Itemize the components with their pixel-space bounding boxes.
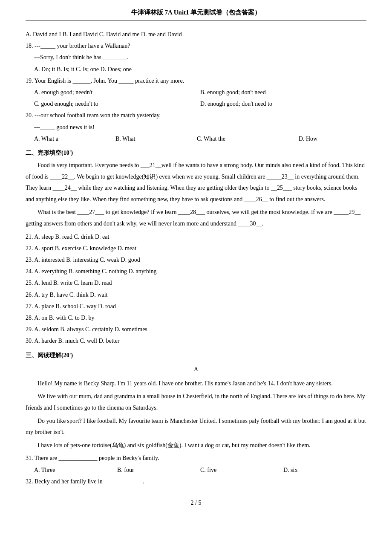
- q25: 25. A. lend B. write C. learn D. read: [26, 278, 366, 288]
- section2-para2: What is the best ____27___ to get knowle…: [26, 207, 366, 229]
- q18-options: A. Do; it B. Is; it C. Is; one D. Does; …: [26, 64, 366, 75]
- q30: 30. A. harder B. much C. well D. better: [26, 335, 366, 346]
- passage-para2: We live with our mum, dad and grandma in…: [26, 391, 366, 413]
- intro-options: A. David and I B. I and David C. David a…: [26, 29, 366, 40]
- q19-optB: B. enough good; don't need: [200, 87, 366, 98]
- q23: 23. A. interested B. interesting C. weak…: [26, 254, 366, 265]
- page-header: 牛津译林版 7A Unit1 单元测试卷（包含答案）: [26, 9, 366, 20]
- q19-options: A. enough good; needn't B. enough good; …: [26, 87, 366, 98]
- q31-optB: B. four: [117, 465, 200, 475]
- q22: 22. A. sport B. exercise C. knowledge D.…: [26, 243, 366, 254]
- q27: 27. A. place B. school C. way D. road: [26, 301, 366, 312]
- section2-title: 二、完形填空(10'): [26, 147, 366, 158]
- page-number: 2 / 5: [191, 500, 202, 506]
- q29: 29. A. seldom B. always C. certainly D. …: [26, 324, 366, 335]
- q20-optA: A. What a: [34, 133, 115, 144]
- section3-title: 三、阅读理解(20'): [26, 350, 366, 361]
- q20-optD: D. How: [299, 133, 366, 144]
- q20-stem2: ---_____ good news it is!: [26, 122, 366, 133]
- q19-stem: 19. Your English is ______, John. You __…: [26, 75, 366, 86]
- passage-a-title: A: [26, 364, 366, 375]
- q31-optD: D. six: [283, 465, 366, 475]
- q18-stem1: 18. ---_____ your brother have a Walkman…: [26, 40, 366, 51]
- q31-optC: C. five: [200, 465, 283, 475]
- q20-optC: C. What the: [197, 133, 299, 144]
- q19-options2: C. good enough; needn't to D. enough goo…: [26, 98, 366, 109]
- q31-stem: 31. There are _____________ people in Be…: [26, 453, 366, 463]
- q28: 28. A. on B. with C. to D. by: [26, 312, 366, 323]
- passage-para3: Do you like sport? I like football. My f…: [26, 416, 366, 438]
- main-content: A. David and I B. I and David C. David a…: [26, 29, 366, 487]
- q31-optA: A. Three: [34, 465, 117, 475]
- q32-stem: 32. Becky and her family live in _______…: [26, 476, 366, 487]
- q18-stem2: ---Sorry, I don't think he has ________.: [26, 52, 366, 63]
- q20-optB: B. What: [115, 133, 197, 144]
- passage-para1: Hello! My name is Becky Sharp. I'm 11 ye…: [26, 378, 366, 390]
- header-title: 牛津译林版 7A Unit1 单元测试卷（包含答案）: [131, 9, 261, 16]
- q19-optC: C. good enough; needn't to: [34, 98, 200, 109]
- q20-options: A. What a B. What C. What the D. How: [26, 133, 366, 144]
- q26: 26. A. try B. have C. think D. wait: [26, 289, 366, 300]
- q31-options: A. Three B. four C. five D. six: [26, 465, 366, 475]
- section2-para1: Food is very important. Everyone needs t…: [26, 160, 366, 205]
- q21: 21. A. sleep B. read C. drink D. eat: [26, 231, 366, 242]
- page-footer: 2 / 5: [26, 500, 366, 506]
- q24: 24. A. everything B. something C. nothin…: [26, 266, 366, 277]
- q19-optA: A. enough good; needn't: [34, 87, 200, 98]
- q19-optD: D. enough good; don't need to: [200, 98, 366, 109]
- q20-stem1: 20. ---our school football team won the …: [26, 110, 366, 121]
- passage-para4: I have lots of pets-one tortoise(乌龟) and…: [26, 440, 366, 451]
